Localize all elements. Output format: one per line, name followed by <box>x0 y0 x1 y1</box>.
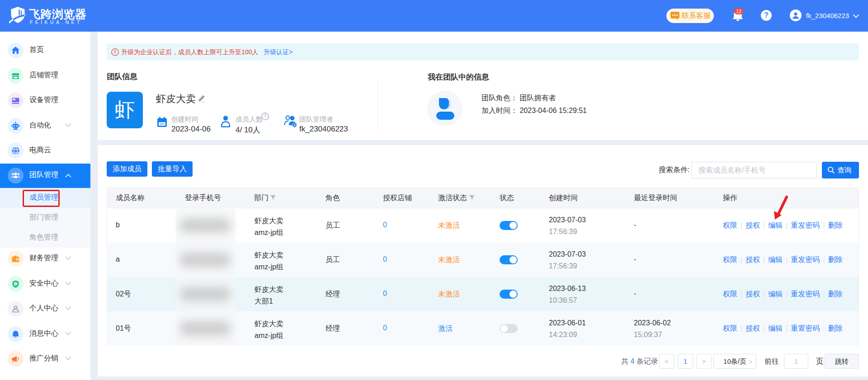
svg-text:?: ? <box>264 113 267 119</box>
